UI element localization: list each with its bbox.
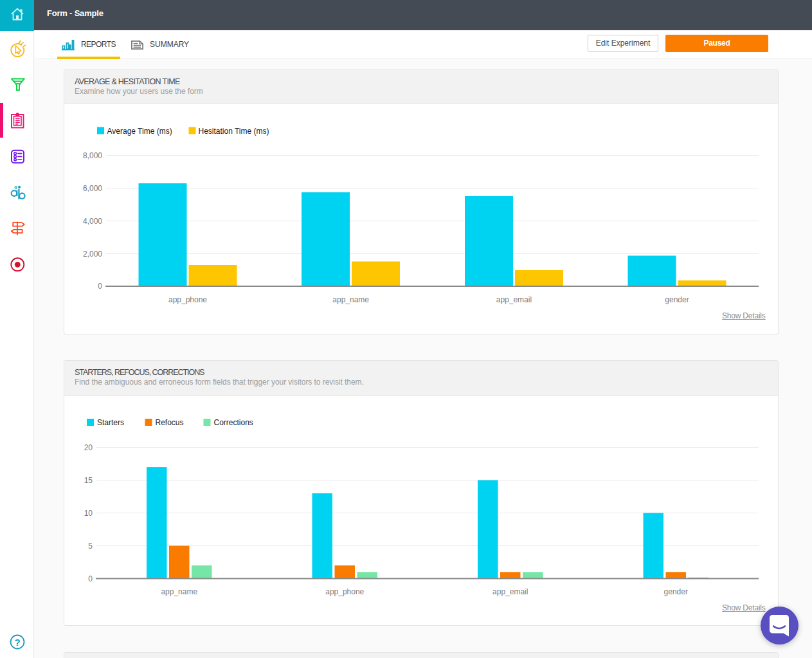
svg-text:?: ? [14, 637, 20, 648]
